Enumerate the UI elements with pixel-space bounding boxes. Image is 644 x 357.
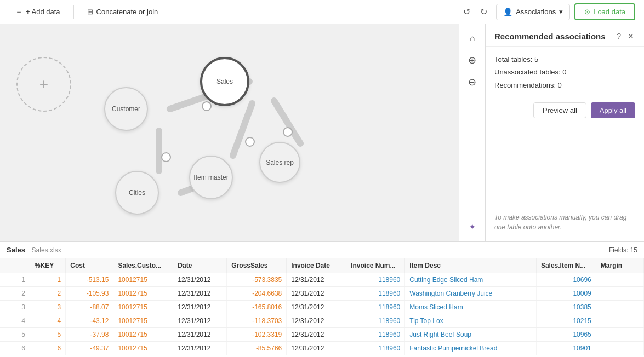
data-header-left: Sales Sales.xlsx — [7, 246, 61, 254]
row-item-n: 10696 — [536, 273, 596, 287]
rec-close-button[interactable]: ✕ — [626, 31, 635, 42]
row-inv-num: 118960 — [346, 287, 405, 301]
row-cost: -513.15 — [66, 273, 113, 287]
row-customer: 10012715 — [113, 328, 173, 342]
row-item-n: 10901 — [536, 342, 596, 355]
sales-rep-node[interactable]: Sales rep — [259, 142, 300, 183]
toolbar-divider-1 — [73, 5, 74, 19]
row-key: 3 — [30, 301, 65, 314]
col-header-item-desc: Item Desc — [405, 258, 537, 273]
rec-panel-icons: ? ✕ — [615, 31, 635, 42]
customer-node[interactable]: Customer — [104, 87, 148, 131]
row-cost: -37.98 — [66, 328, 113, 342]
sales-rep-node-label: Sales rep — [266, 159, 294, 166]
associations-label: Associations — [516, 8, 556, 16]
table-wrap[interactable]: %KEY Cost Sales.Custo... Date GrossSales… — [0, 258, 644, 355]
row-key: 2 — [30, 287, 65, 301]
col-header-inv-num: Invoice Num... — [346, 258, 405, 273]
row-margin — [596, 287, 643, 301]
cities-node[interactable]: Cities — [115, 171, 159, 215]
col-header-key — [0, 258, 30, 273]
recommendations-stat: Recommendations: 0 — [494, 79, 635, 91]
add-data-button[interactable]: ＋ + Add data — [9, 4, 67, 20]
row-date: 12/31/2012 — [173, 314, 227, 328]
redo-button[interactable]: ↻ — [476, 3, 492, 20]
rec-panel-title: Recommended associations — [494, 32, 606, 41]
row-cost: -105.93 — [66, 287, 113, 301]
canvas-area[interactable]: + Sales Customer Item master Sales rep C… — [0, 24, 459, 241]
preview-all-button[interactable]: Preview all — [533, 102, 586, 118]
row-gross: -85.5766 — [227, 342, 287, 355]
zoom-out-button[interactable]: ⊖ — [463, 72, 482, 92]
undo-redo-group: ↺ ↻ — [459, 3, 492, 20]
row-item-n: 10385 — [536, 301, 596, 314]
plus-icon: ＋ — [15, 7, 22, 17]
item-master-node[interactable]: Item master — [189, 156, 233, 199]
zoom-in-icon: ⊕ — [468, 54, 476, 66]
row-item-desc: Cutting Edge Sliced Ham — [405, 273, 537, 287]
row-inv-date: 12/31/2012 — [287, 301, 346, 314]
row-item-desc: Moms Sliced Ham — [405, 301, 537, 314]
row-date: 12/31/2012 — [173, 301, 227, 314]
row-item-n: 10215 — [536, 314, 596, 328]
row-item-desc: Washington Cranberry Juice — [405, 287, 537, 301]
cities-node-label: Cities — [129, 189, 145, 197]
rec-message: To make associations manually, you can d… — [486, 174, 644, 241]
row-item-desc: Just Right Beef Soup — [405, 328, 537, 342]
row-inv-date: 12/31/2012 — [287, 273, 346, 287]
side-toolbar: ⌂ ⊕ ⊖ ✦ — [459, 24, 485, 241]
col-header-gross: GrossSales — [227, 258, 287, 273]
row-num: 6 — [0, 342, 30, 355]
apply-all-button[interactable]: Apply all — [591, 102, 635, 118]
file-name: Sales.xlsx — [32, 246, 61, 254]
data-table: %KEY Cost Sales.Custo... Date GrossSales… — [0, 258, 644, 355]
row-margin — [596, 328, 643, 342]
rec-message-text: To make associations manually, you can d… — [494, 212, 635, 232]
total-tables-stat: Total tables: 5 — [494, 53, 635, 66]
load-data-label: Load data — [594, 8, 625, 16]
row-customer: 10012715 — [113, 287, 173, 301]
rec-stats: Total tables: 5 Unassociated tables: 0 R… — [486, 47, 644, 98]
row-num: 3 — [0, 301, 30, 314]
top-toolbar: ＋ + Add data ⊞ Concatenate or join ↺ ↻ 👤… — [0, 0, 644, 24]
table-body: 1 1 -513.15 10012715 12/31/2012 -573.383… — [0, 273, 644, 355]
svg-point-6 — [246, 137, 254, 146]
main-area: + Sales Customer Item master Sales rep C… — [0, 24, 644, 241]
magic-icon: ✦ — [469, 222, 476, 232]
row-item-n: 10009 — [536, 287, 596, 301]
row-item-n: 10965 — [536, 328, 596, 342]
customer-node-label: Customer — [112, 105, 140, 113]
load-data-button[interactable]: ⊙ Load data — [574, 3, 635, 20]
svg-point-5 — [202, 102, 211, 111]
home-button[interactable]: ⌂ — [463, 28, 482, 48]
sales-node[interactable]: Sales — [200, 57, 249, 106]
add-data-circle[interactable]: + — [16, 57, 71, 112]
row-inv-num: 118960 — [346, 314, 405, 328]
table-row: 4 4 -43.12 10012715 12/31/2012 -118.3703… — [0, 314, 644, 328]
rec-help-button[interactable]: ? — [615, 31, 622, 42]
connections-svg — [0, 24, 459, 241]
row-date: 12/31/2012 — [173, 328, 227, 342]
row-item-desc: Tip Top Lox — [405, 314, 537, 328]
magic-button[interactable]: ✦ — [463, 217, 482, 237]
undo-button[interactable]: ↺ — [459, 3, 475, 20]
row-cost: -88.07 — [66, 301, 113, 314]
row-inv-date: 12/31/2012 — [287, 342, 346, 355]
row-key: 4 — [30, 314, 65, 328]
chevron-down-icon: ▾ — [559, 8, 563, 16]
rec-panel: Recommended associations ? ✕ Total table… — [485, 24, 644, 241]
zoom-in-button[interactable]: ⊕ — [463, 50, 482, 70]
row-gross: -165.8016 — [227, 301, 287, 314]
associations-button[interactable]: 👤 Associations ▾ — [496, 4, 570, 20]
col-header-customer: Sales.Custo... — [113, 258, 173, 273]
concat-icon: ⊞ — [87, 8, 93, 16]
person-icon: 👤 — [503, 8, 512, 16]
data-area: Sales Sales.xlsx Fields: 15 %KEY Cost Sa… — [0, 241, 644, 355]
play-circle-icon: ⊙ — [584, 8, 590, 16]
row-key: 5 — [30, 328, 65, 342]
svg-line-2 — [274, 101, 300, 143]
row-num: 1 — [0, 273, 30, 287]
row-num: 2 — [0, 287, 30, 301]
concatenate-button[interactable]: ⊞ Concatenate or join — [81, 4, 165, 19]
rec-empty-space — [486, 125, 644, 174]
